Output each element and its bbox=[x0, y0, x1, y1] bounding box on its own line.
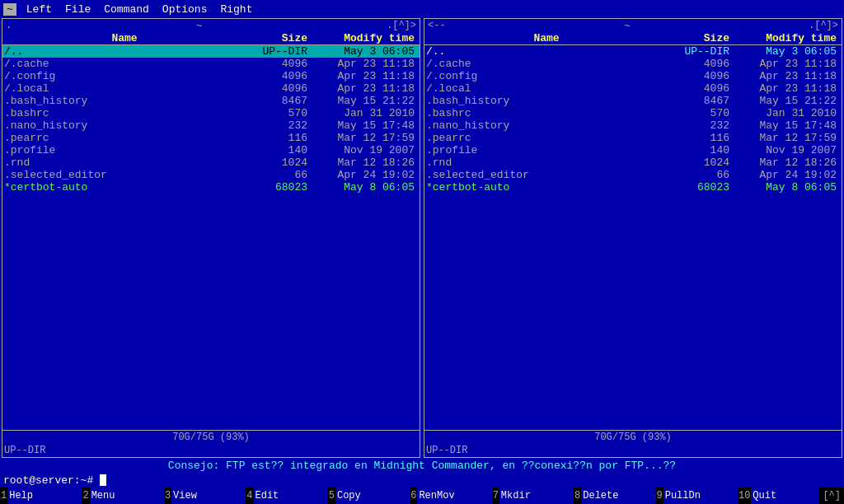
file-name: .nano_history bbox=[426, 119, 667, 132]
cmd-space bbox=[93, 474, 100, 487]
fkey-8[interactable]: 8Delete bbox=[574, 488, 655, 504]
menu-file[interactable]: File bbox=[59, 3, 97, 16]
file-name: *certbot-auto bbox=[4, 181, 245, 194]
file-size: 4096 bbox=[245, 70, 311, 82]
right-file-list: /..UP--DIRMay 3 06:05/.cache4096Apr 23 1… bbox=[424, 45, 842, 430]
list-item[interactable]: *certbot-auto68023May 8 06:05 bbox=[424, 181, 842, 194]
list-item[interactable]: /.cache4096Apr 23 11:18 bbox=[2, 58, 420, 70]
file-name: .profile bbox=[426, 144, 667, 156]
menu-right[interactable]: Right bbox=[213, 3, 259, 16]
right-panel-left-bracket: <-- bbox=[428, 20, 446, 31]
file-size: 66 bbox=[667, 169, 733, 181]
panels-wrapper: . ~ .[^]> Name Size Modify time /..UP--D… bbox=[0, 18, 844, 458]
file-size: 68023 bbox=[245, 181, 311, 194]
fkey-9[interactable]: 9PullDn bbox=[656, 488, 738, 504]
list-item[interactable]: .pearrc116Mar 12 17:59 bbox=[2, 132, 420, 144]
menu-options[interactable]: Options bbox=[156, 3, 214, 16]
file-modify: Apr 23 11:18 bbox=[311, 82, 418, 95]
left-col-size: Size bbox=[245, 32, 311, 44]
fkey-num-2: 2 bbox=[82, 490, 89, 502]
list-item[interactable]: .profile140Nov 19 2007 bbox=[2, 144, 420, 156]
list-item[interactable]: /.local4096Apr 23 11:18 bbox=[2, 82, 420, 95]
right-panel-status: 70G/75G (93%) bbox=[424, 430, 842, 444]
list-item[interactable]: *certbot-auto68023May 8 06:05 bbox=[2, 181, 420, 194]
menu-command[interactable]: Command bbox=[97, 3, 156, 16]
file-name: *certbot-auto bbox=[426, 181, 667, 194]
left-panel-left-bracket: . bbox=[6, 20, 12, 31]
file-size: 232 bbox=[245, 119, 311, 132]
right-panel-title: <-- ~ .[^]> bbox=[424, 19, 842, 32]
list-item[interactable]: .pearrc116Mar 12 17:59 bbox=[424, 132, 842, 144]
list-item[interactable]: .nano_history232May 15 17:48 bbox=[424, 119, 842, 132]
list-item[interactable]: /.local4096Apr 23 11:18 bbox=[424, 82, 842, 95]
fkey-num-6: 6 bbox=[410, 490, 417, 502]
file-modify: Mar 12 17:59 bbox=[311, 132, 418, 144]
file-size: 8467 bbox=[245, 95, 311, 107]
fkey-label-1: Help bbox=[7, 488, 82, 504]
fkey-6[interactable]: 6RenMov bbox=[410, 488, 491, 504]
right-status-text: UP--DIR bbox=[424, 444, 842, 457]
file-modify: Nov 19 2007 bbox=[311, 144, 418, 156]
left-col-modify: Modify time bbox=[311, 32, 418, 44]
fkey-10[interactable]: 10Quit bbox=[738, 488, 819, 504]
file-modify: May 15 21:22 bbox=[311, 95, 418, 107]
fkey-label-10: Quit bbox=[751, 488, 819, 504]
file-size: 4096 bbox=[245, 82, 311, 95]
list-item[interactable]: .profile140Nov 19 2007 bbox=[424, 144, 842, 156]
list-item[interactable]: .bashrc570Jan 31 2010 bbox=[2, 107, 420, 119]
right-panel-right-bracket: .[^]> bbox=[809, 20, 838, 31]
file-modify: Apr 23 11:18 bbox=[311, 58, 418, 70]
fkey-1[interactable]: 1Help bbox=[0, 488, 82, 504]
file-size: 570 bbox=[245, 107, 311, 119]
cmd-cursor bbox=[100, 474, 106, 486]
fkey-3[interactable]: 3View bbox=[164, 488, 246, 504]
file-size: 140 bbox=[667, 144, 733, 156]
file-modify: Apr 24 19:02 bbox=[733, 169, 840, 181]
file-size: 570 bbox=[667, 107, 733, 119]
left-panel-path: ~ bbox=[196, 20, 203, 32]
menu-left[interactable]: Left bbox=[20, 3, 59, 16]
file-name: .rnd bbox=[4, 156, 245, 169]
list-item[interactable]: .nano_history232May 15 17:48 bbox=[2, 119, 420, 132]
fkey-label-6: RenMov bbox=[417, 488, 491, 504]
right-col-size: Size bbox=[667, 32, 733, 44]
file-size: 8467 bbox=[667, 95, 733, 107]
list-item[interactable]: /..UP--DIRMay 3 06:05 bbox=[424, 45, 842, 58]
fkey-7[interactable]: 7Mkdir bbox=[492, 488, 574, 504]
fkey-4[interactable]: 4Edit bbox=[246, 488, 327, 504]
fkey-num-10: 10 bbox=[738, 490, 751, 502]
file-modify: Mar 12 18:26 bbox=[311, 156, 418, 169]
file-name: /.. bbox=[426, 45, 667, 58]
file-modify: Nov 19 2007 bbox=[733, 144, 840, 156]
file-name: /.. bbox=[4, 45, 245, 58]
fkey-label-3: View bbox=[171, 488, 246, 504]
file-modify: May 15 17:48 bbox=[733, 119, 840, 132]
list-item[interactable]: .rnd1024Mar 12 18:26 bbox=[424, 156, 842, 169]
cmd-line: root@server:~# bbox=[0, 474, 844, 488]
list-item[interactable]: /.config4096Apr 23 11:18 bbox=[424, 70, 842, 82]
file-modify: Apr 23 11:18 bbox=[311, 70, 418, 82]
list-item[interactable]: .selected_editor66Apr 24 19:02 bbox=[424, 169, 842, 181]
fkey-5[interactable]: 5Copy bbox=[328, 488, 410, 504]
file-size: 4096 bbox=[667, 82, 733, 95]
list-item[interactable]: .rnd1024Mar 12 18:26 bbox=[2, 156, 420, 169]
fkey-right-bracket: [^] bbox=[819, 488, 844, 504]
list-item[interactable]: /.cache4096Apr 23 11:18 bbox=[424, 58, 842, 70]
file-size: 4096 bbox=[245, 58, 311, 70]
left-col-name: Name bbox=[4, 32, 245, 44]
system-button[interactable]: ~ bbox=[3, 3, 16, 16]
file-name: /.cache bbox=[4, 58, 245, 70]
list-item[interactable]: .bash_history8467May 15 21:22 bbox=[2, 95, 420, 107]
info-bar: Consejo: FTP est?? integrado en Midnight… bbox=[0, 458, 844, 474]
left-panel-status: 70G/75G (93%) bbox=[2, 430, 420, 444]
list-item[interactable]: .selected_editor66Apr 24 19:02 bbox=[2, 169, 420, 181]
list-item[interactable]: .bashrc570Jan 31 2010 bbox=[424, 107, 842, 119]
file-name: .selected_editor bbox=[4, 169, 245, 181]
list-item[interactable]: /..UP--DIRMay 3 06:05 bbox=[2, 45, 420, 58]
fkey-2[interactable]: 2Menu bbox=[82, 488, 163, 504]
menu-bar: ~ Left File Command Options Right bbox=[0, 0, 844, 18]
app: ~ Left File Command Options Right . ~ .[… bbox=[0, 0, 844, 504]
list-item[interactable]: /.config4096Apr 23 11:18 bbox=[2, 70, 420, 82]
list-item[interactable]: .bash_history8467May 15 21:22 bbox=[424, 95, 842, 107]
file-name: .bashrc bbox=[426, 107, 667, 119]
